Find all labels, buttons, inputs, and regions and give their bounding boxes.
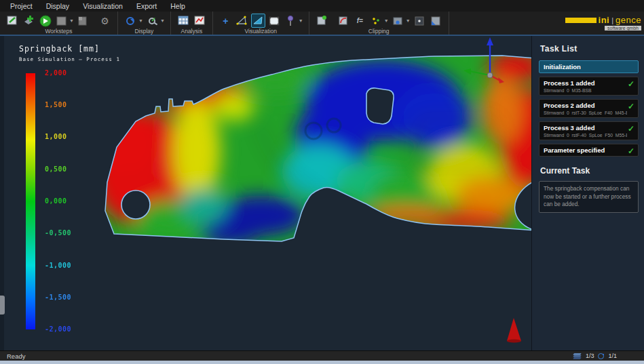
add-part-icon[interactable] bbox=[22, 14, 36, 28]
legend-title: Springback [mm] bbox=[19, 44, 120, 54]
toolbar-group-label: Analysis bbox=[176, 28, 207, 35]
dropdown-caret-icon[interactable]: ▼ bbox=[406, 18, 411, 23]
legend-tick: -1,500 bbox=[45, 294, 71, 301]
model-count-icon bbox=[573, 353, 582, 359]
menu-export[interactable]: Export bbox=[130, 1, 163, 11]
toolbar-group-label: Visualization bbox=[219, 28, 303, 35]
view-counter: 1/1 bbox=[608, 352, 617, 359]
left-panel-handle[interactable] bbox=[0, 296, 5, 315]
toolbar-group-label: Worksteps bbox=[5, 28, 112, 35]
zoom-check-icon[interactable]: ✓ bbox=[145, 14, 159, 28]
legend-tick: -2,000 bbox=[45, 325, 71, 333]
task-item-process-1[interactable]: Process 1 added Stirnwand_0_M35-BSB ✓ bbox=[539, 77, 639, 96]
viewport-3d[interactable]: Springback [mm] Base Simulation – Proces… bbox=[0, 36, 644, 350]
toolbar: ▼ ⚙ Worksteps ▼ ✓ ▼ Display bbox=[0, 12, 644, 36]
check-icon: ✓ bbox=[628, 124, 634, 134]
clip-section-icon[interactable] bbox=[391, 14, 405, 28]
part-hole-square bbox=[366, 88, 394, 124]
status-text: Ready bbox=[7, 352, 25, 360]
current-task-text: The springback compensation can now be s… bbox=[539, 181, 639, 213]
menu-display[interactable]: Display bbox=[40, 1, 75, 11]
probe-icon[interactable] bbox=[284, 14, 298, 28]
axis-triad-icon bbox=[463, 37, 504, 83]
toolbar-group-analysis: Analysis bbox=[171, 12, 213, 35]
dropdown-caret-icon[interactable]: ▼ bbox=[160, 18, 165, 23]
logo-bar bbox=[565, 18, 596, 23]
mesh-filled-icon[interactable] bbox=[251, 14, 265, 28]
clip-remove-icon[interactable] bbox=[337, 14, 351, 28]
window-bottom-edge bbox=[0, 361, 644, 364]
check-icon: ✓ bbox=[628, 102, 634, 111]
check-icon: ✓ bbox=[628, 79, 634, 89]
legend-tick: 0,500 bbox=[45, 165, 67, 173]
application-window: Project Display Visualization Export Hel… bbox=[0, 0, 644, 364]
task-item-sublabel: Stirnwand_0_M35-BSB bbox=[544, 88, 627, 93]
part-tools-icon[interactable]: ⚙ bbox=[98, 14, 112, 28]
current-task-title: Current Task bbox=[540, 166, 639, 176]
status-bar: Ready 1/3 1/1 bbox=[0, 350, 644, 361]
legend-subtitle: Base Simulation – Process 1 bbox=[19, 56, 120, 62]
legend-tick: 2,000 bbox=[45, 69, 67, 77]
task-item-label: Parameter specified bbox=[544, 146, 627, 154]
part-hole-round bbox=[121, 190, 150, 219]
chart-icon[interactable] bbox=[193, 14, 207, 28]
toolbar-group-visualization: + ▼ Visualization bbox=[213, 12, 309, 35]
legend-tick: 1,500 bbox=[45, 101, 67, 108]
legend-tick: 0,000 bbox=[45, 197, 67, 205]
add-point-icon[interactable]: + bbox=[219, 14, 233, 28]
dropdown-caret-icon[interactable]: ▼ bbox=[299, 18, 303, 23]
task-item-label: Initialization bbox=[544, 63, 634, 70]
part-outline bbox=[105, 56, 531, 241]
task-item-label: Process 3 added bbox=[544, 124, 627, 132]
clip-box-icon[interactable] bbox=[413, 14, 427, 28]
refresh-icon[interactable] bbox=[598, 353, 604, 359]
brand-text-primary: ini bbox=[599, 15, 610, 25]
task-item-parameter[interactable]: Parameter specified ✓ bbox=[539, 144, 639, 157]
check-icon: ✓ bbox=[628, 146, 634, 156]
run-workstep-icon[interactable] bbox=[38, 14, 52, 28]
toolbar-group-label: Clipping bbox=[315, 28, 443, 35]
task-item-sublabel: Stirnwand_0_rstT-30_SpLoe_F40_M45-BSB bbox=[544, 110, 627, 115]
task-panel: Task List Initialization Process 1 added… bbox=[531, 36, 644, 350]
edit-project-icon[interactable] bbox=[5, 14, 20, 28]
dropdown-caret-icon[interactable]: ▼ bbox=[69, 18, 74, 23]
clip-add-icon[interactable] bbox=[315, 14, 329, 28]
red-marker-cone bbox=[507, 318, 521, 343]
task-item-initialization[interactable]: Initialization bbox=[539, 60, 639, 73]
plane-handles-icon[interactable] bbox=[267, 14, 282, 28]
die-face-icon[interactable] bbox=[54, 14, 69, 28]
menu-help[interactable]: Help bbox=[164, 1, 191, 11]
color-legend: Springback [mm] Base Simulation – Proces… bbox=[19, 44, 120, 335]
mesh-outline-icon[interactable] bbox=[235, 14, 249, 28]
task-item-process-2[interactable]: Process 2 added Stirnwand_0_rstT-30_SpLo… bbox=[539, 99, 639, 118]
dropdown-caret-icon[interactable]: ▼ bbox=[384, 18, 389, 23]
toolbar-group-display: ▼ ✓ ▼ Display bbox=[118, 12, 171, 35]
brand-logo: ini | gence software gmbh bbox=[565, 12, 644, 35]
menu-project[interactable]: Project bbox=[4, 1, 39, 11]
task-item-label: Process 2 added bbox=[544, 102, 627, 109]
toolbar-group-label: Display bbox=[124, 28, 165, 35]
task-item-sublabel: Stirnwand_0_rstF-40_SpLoe_F50_M55-BSB bbox=[544, 133, 627, 138]
task-item-label: Process 1 added bbox=[544, 79, 627, 87]
part-surface bbox=[92, 49, 531, 246]
colorbar bbox=[26, 73, 35, 329]
clip-function-icon[interactable]: f= bbox=[353, 14, 367, 28]
task-list-title: Task List bbox=[540, 44, 639, 54]
legend-tick: 1,000 bbox=[45, 133, 67, 140]
toolbar-group-clipping: f= ▼ ▼ Clipping bbox=[309, 12, 449, 35]
menu-visualization[interactable]: Visualization bbox=[77, 1, 129, 11]
toolbar-group-worksteps: ▼ ⚙ Worksteps bbox=[0, 12, 118, 35]
import-die-icon[interactable] bbox=[76, 14, 90, 28]
brand-text-secondary: gence bbox=[615, 15, 641, 25]
legend-tick: -0,500 bbox=[45, 229, 71, 237]
dropdown-caret-icon[interactable]: ▼ bbox=[138, 18, 143, 23]
brand-separator: | bbox=[611, 16, 613, 24]
table-icon[interactable] bbox=[176, 14, 191, 28]
menu-bar: Project Display Visualization Export Hel… bbox=[0, 0, 644, 12]
rotate-view-icon[interactable] bbox=[124, 14, 138, 28]
legend-tick: -1,000 bbox=[45, 262, 71, 269]
clip-points-icon[interactable] bbox=[369, 14, 383, 28]
task-item-process-3[interactable]: Process 3 added Stirnwand_0_rstF-40_SpLo… bbox=[539, 121, 639, 140]
clip-plane-icon[interactable] bbox=[429, 14, 443, 28]
model-counter: 1/3 bbox=[586, 352, 594, 359]
